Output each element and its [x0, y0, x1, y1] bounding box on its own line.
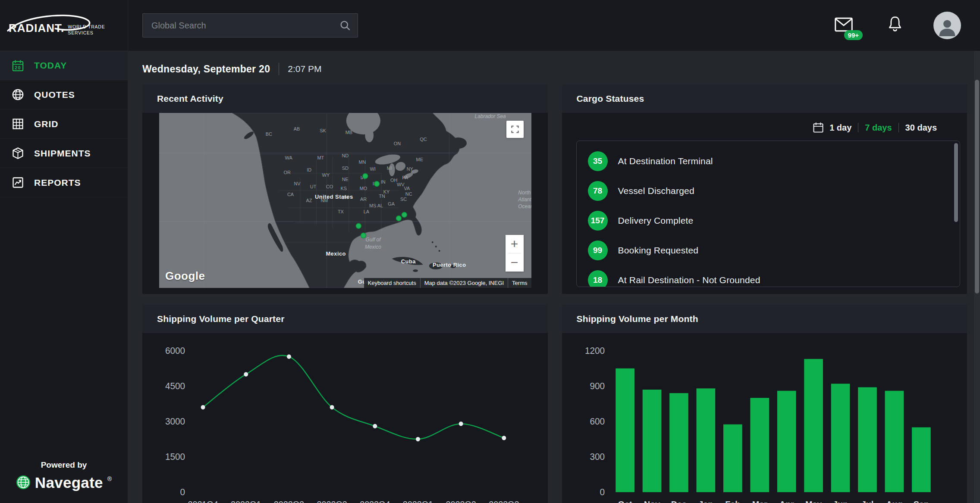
messages-button[interactable]: 99+ — [834, 17, 853, 34]
user-avatar[interactable] — [933, 12, 961, 39]
svg-text:NE: NE — [342, 177, 349, 182]
status-count-badge: 157 — [588, 211, 608, 231]
filter-30-days[interactable]: 30 days — [905, 123, 937, 133]
map-zoom-out-button[interactable]: − — [506, 253, 524, 272]
map-zoom-in-button[interactable]: + — [506, 235, 524, 253]
page-scrollbar — [974, 51, 980, 503]
svg-text:Feb: Feb — [725, 499, 740, 503]
svg-text:300: 300 — [590, 452, 605, 462]
keyboard-shortcuts-link[interactable]: Keyboard shortcuts — [364, 278, 420, 288]
svg-text:ME: ME — [416, 157, 423, 162]
person-icon — [936, 16, 958, 37]
notifications-button[interactable] — [887, 16, 903, 35]
svg-text:Aug: Aug — [886, 499, 902, 503]
svg-text:Labrador Sea: Labrador Sea — [475, 113, 506, 119]
svg-text:SK: SK — [320, 128, 326, 133]
svg-text:MS: MS — [369, 203, 376, 208]
status-row-booking-requested[interactable]: 99 Booking Requested — [577, 235, 960, 265]
svg-text:Mar: Mar — [752, 499, 767, 503]
svg-text:AZ: AZ — [306, 198, 312, 203]
map-fullscreen-button[interactable] — [506, 121, 524, 138]
filter-1-day[interactable]: 1 day — [829, 123, 851, 133]
messages-badge: 99+ — [844, 30, 863, 40]
bell-icon — [887, 16, 903, 34]
svg-text:CA: CA — [287, 192, 294, 197]
svg-text:OR: OR — [284, 170, 291, 175]
svg-text:LA: LA — [364, 209, 370, 214]
svg-text:2022Q1: 2022Q1 — [231, 499, 261, 503]
search-icon[interactable] — [339, 19, 351, 31]
status-row-at-rail-destination[interactable]: 18 At Rail Destination - Not Grounded — [577, 265, 960, 287]
svg-text:VA: VA — [404, 186, 410, 191]
svg-text:900: 900 — [590, 381, 605, 391]
svg-text:2023Q3: 2023Q3 — [489, 499, 519, 503]
brand-tagline-line1: WORLD TRADE — [68, 24, 105, 30]
brand-logo[interactable]: RADIANT. WORLD TRADE SERVICES — [0, 0, 128, 51]
svg-text:600: 600 — [590, 416, 605, 426]
brand-tagline: WORLD TRADE SERVICES — [68, 24, 105, 36]
cargo-status-list: 35 At Destination Terminal 78 Vessel Dis… — [576, 141, 961, 287]
sidebar-item-grid[interactable]: GRID — [0, 109, 128, 139]
status-row-at-destination-terminal[interactable]: 35 At Destination Terminal — [577, 146, 960, 176]
svg-text:2021Q4: 2021Q4 — [188, 499, 218, 503]
registered-mark: ® — [107, 475, 112, 482]
svg-text:May: May — [805, 499, 822, 503]
filter-7-days[interactable]: 7 days — [865, 123, 892, 133]
svg-text:CO: CO — [326, 184, 333, 189]
svg-text:AL: AL — [377, 203, 383, 208]
map-canvas[interactable]: BCABSKMBONQCWAMTNDMNMEORIDWYSDWIMINYNVUT… — [159, 113, 531, 288]
status-count-badge: 18 — [588, 270, 608, 287]
svg-text:Ocean: Ocean — [518, 203, 531, 209]
sidebar-item-quotes[interactable]: QUOTES — [0, 80, 128, 109]
date-header: Wednesday, September 20 2:07 PM — [142, 59, 967, 79]
powered-by-label: Powered by — [0, 460, 128, 470]
map-graphic: BCABSKMBONQCWAMTNDMNMEORIDWYSDWIMINYNVUT… — [159, 113, 531, 288]
svg-text:North: North — [518, 190, 531, 196]
report-chart-icon — [11, 176, 25, 189]
svg-text:MI: MI — [387, 166, 392, 171]
svg-text:United States: United States — [315, 194, 353, 200]
nav-label-today: TODAY — [34, 60, 67, 71]
svg-text:NC: NC — [405, 191, 412, 197]
status-row-delivery-complete[interactable]: 157 Delivery Complete — [577, 206, 960, 235]
cards-grid: Recent Activity — [142, 84, 967, 503]
dashboard-content: Wednesday, September 20 2:07 PM Recent A… — [128, 51, 980, 503]
app-root: RADIANT. WORLD TRADE SERVICES 20 TODAY — [0, 0, 980, 503]
sidebar-item-shipments[interactable]: SHIPMENTS — [0, 139, 128, 168]
sidebar-item-reports[interactable]: REPORTS — [0, 168, 128, 197]
sidebar-item-today[interactable]: 20 TODAY — [0, 51, 128, 80]
svg-text:NV: NV — [294, 181, 301, 186]
svg-text:MO: MO — [360, 186, 368, 191]
google-logo[interactable]: Google — [165, 269, 205, 283]
svg-text:Nov: Nov — [644, 499, 660, 503]
page-scrollbar-thumb[interactable] — [975, 80, 979, 294]
svg-text:ON: ON — [394, 141, 401, 146]
svg-text:0: 0 — [600, 487, 605, 497]
terms-link[interactable]: Terms — [508, 278, 531, 288]
svg-text:4500: 4500 — [165, 381, 185, 391]
globe-icon — [11, 88, 25, 101]
svg-text:2023Q2: 2023Q2 — [446, 499, 476, 503]
nav-label-reports: REPORTS — [34, 178, 81, 188]
map-zoom-control: + − — [506, 235, 524, 272]
current-date: Wednesday, September 20 — [142, 63, 270, 75]
search-input[interactable] — [142, 13, 358, 37]
brand-tagline-line2: SERVICES — [68, 30, 105, 36]
svg-text:AR: AR — [360, 197, 367, 202]
svg-text:OH: OH — [390, 178, 397, 183]
svg-text:NY: NY — [407, 166, 414, 172]
month-bar-chart: 03006009001200OctNovDecJanFebMarAprMayJu… — [571, 339, 955, 503]
topbar-actions: 99+ — [834, 12, 961, 39]
svg-text:2022Q4: 2022Q4 — [360, 499, 390, 503]
navegate-brand: Navegate — [35, 475, 103, 490]
nav-label-quotes: QUOTES — [34, 90, 75, 100]
cargo-list-scrollbar[interactable] — [954, 143, 958, 222]
recent-activity-title: Recent Activity — [142, 84, 548, 113]
sidebar-nav: 20 TODAY QUOTES — [0, 51, 128, 197]
status-row-vessel-discharged[interactable]: 78 Vessel Discharged — [577, 176, 960, 206]
svg-text:MB: MB — [346, 130, 352, 135]
cargo-statuses-card: Cargo Statuses 1 day 7 days 30 days — [562, 84, 967, 294]
package-icon — [11, 147, 25, 160]
svg-text:WY: WY — [322, 172, 330, 178]
svg-text:WI: WI — [370, 166, 375, 172]
